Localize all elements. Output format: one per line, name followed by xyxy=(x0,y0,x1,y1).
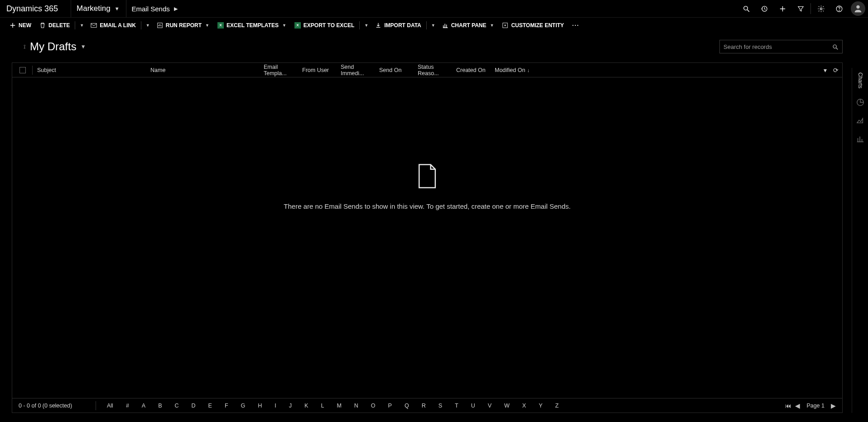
excel-icon: X xyxy=(217,22,224,29)
area-chart-icon[interactable] xyxy=(856,116,864,125)
email-link-button[interactable]: EMAIL A LINK xyxy=(87,18,140,33)
alpha-g[interactable]: G xyxy=(241,403,246,409)
alpha-o[interactable]: O xyxy=(371,403,376,409)
col-send-immediately[interactable]: Send Immedi... xyxy=(341,64,379,77)
export-excel-button[interactable]: X EXPORT TO EXCEL xyxy=(290,18,358,33)
prev-page-icon[interactable]: ◀ xyxy=(795,402,800,409)
record-count: 0 - 0 of 0 (0 selected) xyxy=(19,403,96,409)
crumb-label: Email Sends xyxy=(132,5,170,13)
alpha-p[interactable]: P xyxy=(388,403,392,409)
view-name[interactable]: My Drafts xyxy=(30,40,77,53)
search-button[interactable] xyxy=(830,40,839,53)
filter-toggle-icon[interactable]: ▾ xyxy=(824,67,827,74)
chevron-right-icon: ▶ xyxy=(174,6,178,12)
alpha-q[interactable]: Q xyxy=(405,403,409,409)
alpha-t[interactable]: T xyxy=(455,403,458,409)
more-commands[interactable]: ⋯ xyxy=(568,21,583,29)
alpha-y[interactable]: Y xyxy=(539,403,542,409)
refresh-icon[interactable]: ⟳ xyxy=(833,67,839,74)
cmd-sep xyxy=(75,21,75,29)
run-report-button[interactable]: RUN REPORT ▼ xyxy=(153,18,213,33)
alpha-h[interactable]: H xyxy=(258,403,262,409)
footer-sep xyxy=(96,401,96,410)
top-nav: Dynamics 365 Marketing ▼ Email Sends ▶ xyxy=(0,0,868,17)
label: EXPORT TO EXCEL xyxy=(304,22,354,29)
svg-line-11 xyxy=(836,48,837,49)
chart-pane-button[interactable]: CHART PANE ▼ xyxy=(438,18,498,33)
col-name[interactable]: Name xyxy=(150,67,264,73)
avatar[interactable] xyxy=(851,1,865,16)
command-bar: NEW DELETE ▼ EMAIL A LINK ▼ RUN REPORT ▼… xyxy=(0,17,868,33)
alpha-f[interactable]: F xyxy=(225,403,228,409)
label: DELETE xyxy=(48,22,70,29)
alpha-v[interactable]: V xyxy=(488,403,492,409)
alpha-s[interactable]: S xyxy=(439,403,442,409)
pager: ⏮ ◀ Page 1 ▶ xyxy=(785,402,836,409)
alpha-w[interactable]: W xyxy=(504,403,510,409)
alpha-c[interactable]: C xyxy=(175,403,179,409)
help-icon[interactable] xyxy=(830,0,848,17)
export-excel-dropdown[interactable]: ▼ xyxy=(361,18,371,33)
alpha-#[interactable]: # xyxy=(126,403,129,409)
import-icon xyxy=(375,22,381,29)
customize-icon xyxy=(502,22,508,29)
col-status-reason[interactable]: Status Reaso... xyxy=(418,64,456,77)
charts-toggle[interactable]: Charts xyxy=(857,72,863,88)
area-switcher[interactable]: Marketing ▼ xyxy=(71,0,126,17)
label: RUN REPORT xyxy=(166,22,202,29)
svg-line-1 xyxy=(747,10,749,11)
bar-chart-icon[interactable] xyxy=(856,134,864,143)
alpha-k[interactable]: K xyxy=(304,403,308,409)
alpha-l[interactable]: L xyxy=(321,403,324,409)
empty-state: There are no Email Sends to show in this… xyxy=(12,163,842,210)
pie-chart-icon[interactable] xyxy=(856,98,864,106)
new-button[interactable]: NEW xyxy=(5,18,35,33)
col-modified-on[interactable]: Modified On xyxy=(495,67,540,73)
first-page-icon[interactable]: ⏮ xyxy=(785,402,791,409)
alpha-r[interactable]: R xyxy=(422,403,426,409)
gear-icon[interactable] xyxy=(812,0,830,17)
email-link-dropdown[interactable]: ▼ xyxy=(142,18,153,33)
col-send-on[interactable]: Send On xyxy=(379,67,418,73)
alpha-j[interactable]: J xyxy=(289,403,292,409)
import-data-button[interactable]: IMPORT DATA xyxy=(371,18,425,33)
alpha-b[interactable]: B xyxy=(158,403,162,409)
recent-icon[interactable] xyxy=(755,0,773,17)
alpha-d[interactable]: D xyxy=(192,403,196,409)
search-input[interactable] xyxy=(723,43,830,50)
customize-entity-button[interactable]: CUSTOMIZE ENTITY xyxy=(498,18,568,33)
col-from-user[interactable]: From User xyxy=(302,67,341,73)
col-template[interactable]: Email Templa... xyxy=(264,64,302,77)
chevron-down-icon[interactable]: ▼ xyxy=(81,43,86,50)
pin-icon[interactable]: ⟟ xyxy=(24,43,25,50)
alpha-m[interactable]: M xyxy=(337,403,341,409)
alpha-x[interactable]: X xyxy=(522,403,526,409)
delete-dropdown[interactable]: ▼ xyxy=(76,18,87,33)
next-page-icon[interactable]: ▶ xyxy=(831,402,836,409)
alpha-e[interactable]: E xyxy=(208,403,212,409)
alpha-i[interactable]: I xyxy=(275,403,276,409)
alpha-all[interactable]: All xyxy=(107,403,113,409)
trash-icon xyxy=(39,22,46,29)
excel-templates-button[interactable]: X EXCEL TEMPLATES ▼ xyxy=(213,18,290,33)
charts-rail: Charts xyxy=(852,68,868,413)
search-box[interactable] xyxy=(719,40,843,53)
alpha-a[interactable]: A xyxy=(142,403,145,409)
col-subject[interactable]: Subject xyxy=(37,67,150,73)
grid-footer: 0 - 0 of 0 (0 selected) All#ABCDEFGHIJKL… xyxy=(12,398,842,412)
alpha-u[interactable]: U xyxy=(471,403,475,409)
select-all-checkbox[interactable] xyxy=(19,67,26,73)
breadcrumb-item[interactable]: Email Sends ▶ xyxy=(126,0,184,17)
import-data-dropdown[interactable]: ▼ xyxy=(428,18,438,33)
brand[interactable]: Dynamics 365 xyxy=(6,4,58,14)
label: CUSTOMIZE ENTITY xyxy=(511,22,564,29)
delete-button[interactable]: DELETE xyxy=(35,18,74,33)
svg-point-0 xyxy=(743,6,747,10)
search-icon[interactable] xyxy=(737,0,755,17)
col-created-on[interactable]: Created On xyxy=(456,67,495,73)
filter-icon[interactable] xyxy=(791,0,810,17)
alpha-z[interactable]: Z xyxy=(555,403,559,409)
alpha-n[interactable]: N xyxy=(354,403,358,409)
main-pane: ⟟ My Drafts ▼ Subject Name Email Templa.… xyxy=(0,33,852,422)
plus-icon[interactable] xyxy=(773,0,791,17)
